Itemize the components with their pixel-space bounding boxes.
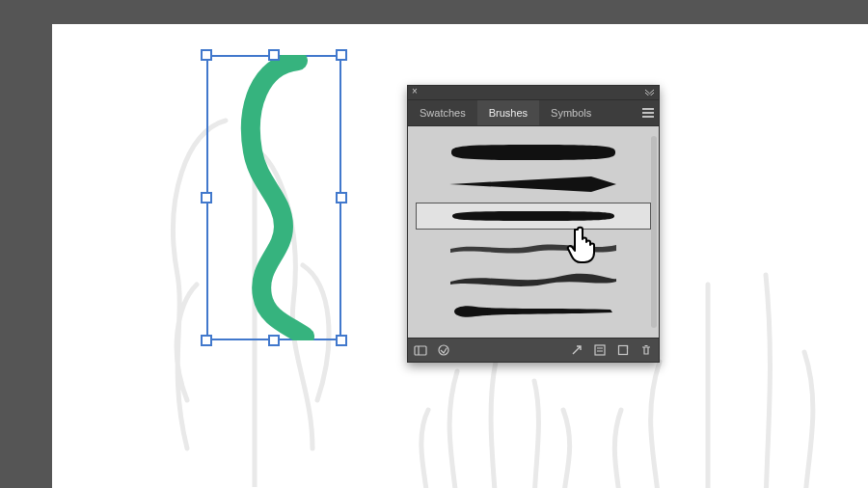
collapse-icon[interactable] <box>644 89 655 95</box>
panel-tabs: Swatches Brushes Symbols <box>408 100 659 126</box>
tab-symbols[interactable]: Symbols <box>539 100 603 125</box>
brush-preset-2[interactable] <box>416 171 651 198</box>
resize-handle-n[interactable] <box>268 49 280 61</box>
tab-swatches[interactable]: Swatches <box>408 100 477 125</box>
brush-libraries-icon[interactable] <box>414 343 427 357</box>
panel-titlebar[interactable]: × <box>408 86 659 100</box>
brush-preset-1[interactable] <box>416 139 651 166</box>
resize-handle-s[interactable] <box>268 335 280 346</box>
brush-preset-6[interactable] <box>416 298 651 325</box>
brush-options-icon[interactable] <box>593 343 607 357</box>
brush-list-scrollbar[interactable] <box>651 136 657 328</box>
resize-handle-ne[interactable] <box>336 49 347 61</box>
brush-list <box>408 126 659 338</box>
delete-brush-icon[interactable] <box>639 343 653 357</box>
brush-preset-3[interactable] <box>416 203 651 230</box>
resize-handle-sw[interactable] <box>201 335 212 346</box>
svg-rect-0 <box>415 346 426 355</box>
resize-handle-se[interactable] <box>336 335 347 346</box>
selection-bounding-box[interactable] <box>206 55 341 340</box>
tab-brushes[interactable]: Brushes <box>477 100 539 125</box>
panel-menu-icon[interactable] <box>637 100 659 125</box>
brush-preset-4[interactable] <box>416 234 651 261</box>
new-brush-icon[interactable] <box>616 343 630 357</box>
cactus-outline-center <box>390 352 602 488</box>
resize-handle-nw[interactable] <box>201 49 212 61</box>
app-frame: × Swatches Brushes Symbols <box>0 0 868 488</box>
panel-footer <box>408 338 659 362</box>
remove-stroke-icon[interactable] <box>570 343 583 357</box>
svg-rect-3 <box>595 345 605 355</box>
svg-rect-6 <box>619 346 628 355</box>
resize-handle-w[interactable] <box>201 192 212 203</box>
close-icon[interactable]: × <box>412 87 418 96</box>
resize-handle-e[interactable] <box>336 192 347 203</box>
brushes-panel[interactable]: × Swatches Brushes Symbols <box>407 85 660 363</box>
brush-preset-5[interactable] <box>416 266 651 293</box>
library-menu-icon[interactable] <box>437 343 450 357</box>
